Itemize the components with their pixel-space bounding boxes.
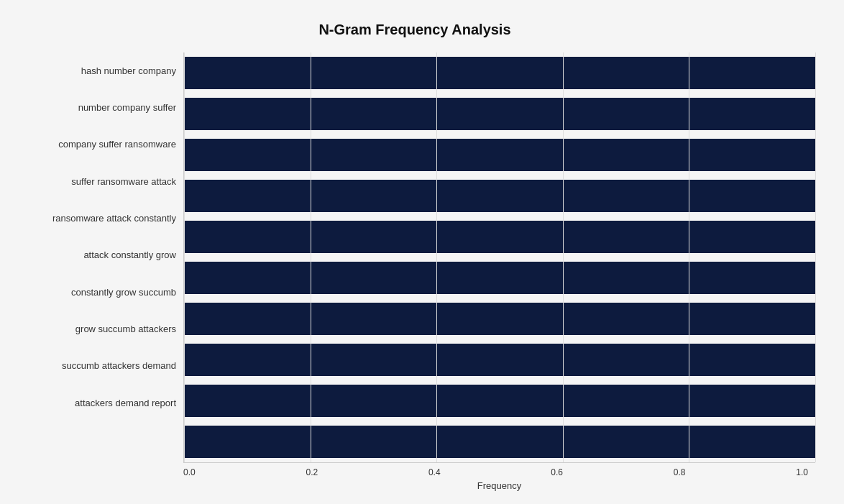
y-label-0: hash number company xyxy=(14,52,176,89)
y-label-3: suffer ransomware attack xyxy=(14,163,176,200)
bar-row-3 xyxy=(184,175,815,216)
y-label-4: ransomware attack constantly xyxy=(14,200,176,237)
y-label-6: constantly grow succumb xyxy=(14,274,176,311)
bar-row-1 xyxy=(184,93,815,134)
y-axis-labels: hash number companynumber company suffer… xyxy=(14,52,183,441)
chart-body: hash number companynumber company suffer… xyxy=(14,52,815,441)
y-label-8: succumb attackers demand xyxy=(14,347,176,384)
y-label-1: number company suffer xyxy=(14,89,176,126)
bar-7 xyxy=(184,344,815,376)
bar-4 xyxy=(184,221,815,253)
bar-row-6 xyxy=(184,298,815,339)
x-tick-0: 0.0 xyxy=(183,467,196,477)
bar-row-0 xyxy=(184,52,815,93)
bars-section xyxy=(183,52,815,463)
bar-row-8 xyxy=(184,380,815,421)
x-axis-labels: 0.00.20.40.60.81.0 xyxy=(183,463,815,477)
bar-6 xyxy=(184,303,815,335)
bar-8 xyxy=(184,385,815,417)
y-label-9: attackers demand report xyxy=(14,385,176,421)
chart-container: N-Gram Frequency Analysis hash number co… xyxy=(0,0,844,504)
bar-row-4 xyxy=(184,216,815,257)
y-label-7: grow succumb attackers xyxy=(14,311,176,347)
grid-line-100 xyxy=(815,52,816,462)
bar-row-2 xyxy=(184,134,815,175)
plot-area: 0.00.20.40.60.81.0 Frequency xyxy=(183,52,815,441)
bar-row-9 xyxy=(184,421,815,462)
y-label-5: attack constantly grow xyxy=(14,237,176,273)
bar-1 xyxy=(184,98,815,130)
chart-title: N-Gram Frequency Analysis xyxy=(14,14,815,38)
x-tick-2: 0.4 xyxy=(428,467,441,477)
x-tick-5: 1.0 xyxy=(796,467,808,477)
bar-row-5 xyxy=(184,257,815,298)
bar-row-7 xyxy=(184,339,815,380)
bar-9 xyxy=(184,426,815,458)
bar-2 xyxy=(184,139,815,171)
bar-3 xyxy=(184,180,815,212)
bar-5 xyxy=(184,262,815,294)
x-tick-4: 0.8 xyxy=(674,467,686,477)
y-label-2: company suffer ransomware xyxy=(14,127,176,163)
bar-0 xyxy=(184,57,815,89)
x-tick-3: 0.6 xyxy=(551,467,563,477)
x-tick-1: 0.2 xyxy=(306,467,318,477)
x-axis-title: Frequency xyxy=(183,480,815,491)
